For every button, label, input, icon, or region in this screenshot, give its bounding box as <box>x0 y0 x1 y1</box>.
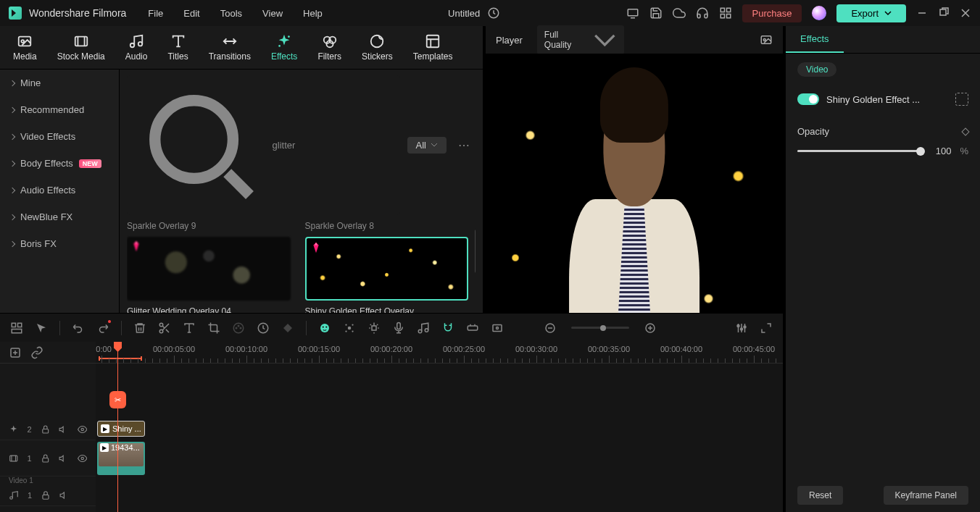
zoom-slider[interactable] <box>571 327 629 329</box>
video-track[interactable]: ▶19434... <box>96 440 783 477</box>
save-icon[interactable] <box>649 7 663 20</box>
marker-icon[interactable] <box>368 322 381 335</box>
headphones-icon[interactable] <box>696 7 709 20</box>
search-input[interactable] <box>273 140 394 151</box>
video-track-header[interactable]: 1 <box>0 440 96 477</box>
export-button[interactable]: Export <box>836 4 906 22</box>
cloud-sync-icon[interactable] <box>487 7 500 20</box>
account-avatar[interactable] <box>812 6 826 20</box>
panel-tab-effects[interactable]: Effects <box>786 26 844 53</box>
add-track-icon[interactable] <box>9 346 22 359</box>
grid-icon[interactable] <box>719 7 732 20</box>
sidebar-item-newblue[interactable]: NewBlue FX <box>0 203 119 230</box>
redo-icon[interactable] <box>96 322 109 335</box>
lock-icon[interactable] <box>41 424 50 435</box>
effect-thumb-selected[interactable] <box>305 237 469 301</box>
delete-icon[interactable] <box>133 322 146 335</box>
menu-help[interactable]: Help <box>303 8 323 19</box>
crop-icon[interactable] <box>207 322 220 335</box>
eye-icon[interactable] <box>78 453 87 463</box>
range-marker[interactable] <box>99 358 142 359</box>
effect-thumb[interactable] <box>127 237 291 301</box>
filter-dropdown[interactable]: All <box>407 137 447 154</box>
search-input-wrapper[interactable] <box>127 75 400 215</box>
snapshot-icon[interactable] <box>760 33 773 46</box>
tab-effects[interactable]: Effects <box>265 30 303 65</box>
keyframe-panel-button[interactable]: Keyframe Panel <box>884 486 968 505</box>
undo-icon[interactable] <box>72 322 85 335</box>
sidebar-item-recommended[interactable]: Recommended <box>0 96 119 123</box>
effect-toggle[interactable] <box>797 93 819 105</box>
tab-transitions[interactable]: Transitions <box>203 30 257 65</box>
eye-icon[interactable] <box>78 424 87 435</box>
menu-file[interactable]: File <box>148 8 163 19</box>
svg-point-20 <box>763 39 765 41</box>
sidebar-item-boris[interactable]: Boris FX <box>0 230 119 257</box>
zoom-in-icon[interactable] <box>644 322 657 335</box>
fx-track[interactable]: ▶Shiny ... <box>96 419 783 440</box>
audio-track[interactable] <box>96 487 783 508</box>
opacity-value[interactable]: 100 <box>929 146 951 156</box>
menu-view[interactable]: View <box>262 8 283 19</box>
color-icon[interactable] <box>232 322 245 335</box>
menu-tools[interactable]: Tools <box>220 8 242 19</box>
sidebar-item-mine[interactable]: Mine <box>0 70 119 96</box>
close-icon[interactable] <box>960 7 971 19</box>
tab-stickers[interactable]: Stickers <box>356 30 399 65</box>
quality-dropdown[interactable]: Full Quality <box>537 25 624 55</box>
reset-effect-icon[interactable] <box>955 93 968 106</box>
cloud-icon[interactable] <box>673 7 686 20</box>
menu-edit[interactable]: Edit <box>183 8 199 19</box>
more-icon[interactable]: ⋯ <box>454 138 476 152</box>
tab-templates[interactable]: Templates <box>407 30 459 65</box>
opacity-slider[interactable] <box>797 150 921 152</box>
tab-audio[interactable]: Audio <box>120 30 154 65</box>
text-icon[interactable] <box>183 322 196 335</box>
scissors-icon[interactable]: ✂ <box>109 391 126 408</box>
link-tracks-icon[interactable] <box>30 346 43 359</box>
layout-icon[interactable] <box>10 322 23 335</box>
sidebar-item-video-effects[interactable]: Video Effects <box>0 123 119 150</box>
keyframe-icon[interactable] <box>961 127 969 135</box>
project-title[interactable]: Untitled <box>448 8 480 19</box>
mute-icon[interactable] <box>59 453 68 463</box>
effects-tl-icon[interactable] <box>343 322 356 335</box>
speed-icon[interactable] <box>257 322 270 335</box>
video-clip[interactable]: ▶19434... <box>97 442 145 475</box>
reset-button[interactable]: Reset <box>797 486 843 505</box>
sidebar-item-body-effects[interactable]: Body EffectsNEW <box>0 150 119 177</box>
tab-filters[interactable]: Filters <box>312 30 347 65</box>
audio-tl-icon[interactable] <box>417 322 430 335</box>
device-icon[interactable] <box>626 7 639 20</box>
video-pill[interactable]: Video <box>797 62 836 77</box>
magnet-icon[interactable] <box>441 322 454 335</box>
split-icon[interactable] <box>158 322 171 335</box>
keyframe-tl-icon[interactable] <box>281 322 294 335</box>
zoom-out-icon[interactable] <box>544 322 557 335</box>
mute-icon[interactable] <box>59 424 68 435</box>
lock-icon[interactable] <box>41 490 51 500</box>
audio-track-header[interactable]: 1 <box>0 484 96 506</box>
effect-clip[interactable]: ▶Shiny ... <box>97 421 145 437</box>
mute-icon[interactable] <box>59 490 70 500</box>
sidebar-item-audio-effects[interactable]: Audio Effects <box>0 177 119 203</box>
link-icon[interactable] <box>466 322 479 335</box>
minimize-icon[interactable] <box>916 7 928 19</box>
fx-track-header[interactable]: 2 <box>0 419 96 440</box>
tab-media[interactable]: Media <box>7 30 43 65</box>
timeline-ruler[interactable]: 00:0000:00:05:0000:00:10:0000:00:15:0000… <box>96 342 783 364</box>
playhead[interactable]: ✂ <box>117 342 118 512</box>
svg-point-45 <box>418 330 422 333</box>
lock-icon[interactable] <box>41 453 50 463</box>
ai-icon[interactable] <box>318 322 331 335</box>
cursor-icon[interactable] <box>35 322 48 335</box>
purchase-button[interactable]: Purchase <box>742 4 802 22</box>
mic-icon[interactable] <box>392 322 405 335</box>
expand-icon[interactable] <box>760 322 773 335</box>
tab-stock[interactable]: Stock Media <box>51 30 111 65</box>
maximize-icon[interactable] <box>938 7 950 19</box>
adjust-icon[interactable] <box>491 322 504 335</box>
mixer-icon[interactable] <box>735 322 748 335</box>
svg-point-53 <box>741 328 743 330</box>
tab-titles[interactable]: Titles <box>162 30 194 65</box>
